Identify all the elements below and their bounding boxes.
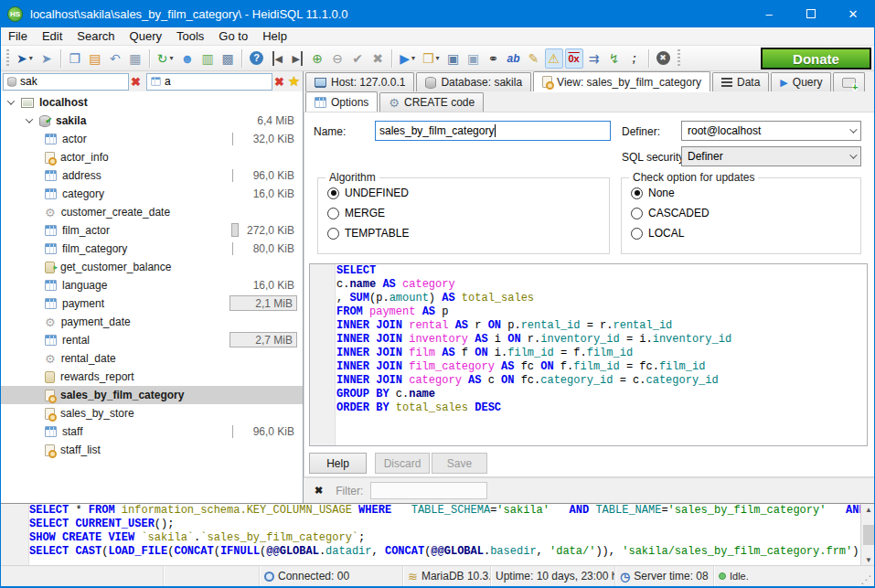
resize-grip-icon[interactable]: ⋰ — [860, 573, 871, 586]
disconnect-icon[interactable]: ➤ — [37, 48, 56, 69]
copy-icon[interactable]: ❐ — [66, 48, 84, 69]
add-record-icon[interactable]: ⊕ — [308, 48, 326, 69]
tree-item-customer_create_date[interactable]: ⚙customer_create_date — [1, 203, 303, 221]
dropdown-caret-icon[interactable]: ▾ — [169, 54, 173, 62]
tree-item-staff[interactable]: staff96,0 KiB — [1, 422, 303, 441]
discard-button[interactable]: Discard — [375, 453, 430, 474]
scrollbar-thumb[interactable] — [863, 525, 875, 545]
save-button[interactable]: Save — [432, 453, 487, 474]
subtab-create-code[interactable]: ⚙CREATE code — [379, 92, 484, 112]
radio-icon[interactable] — [631, 187, 643, 199]
algorithm-radio-undefined[interactable]: UNDEFINED — [327, 186, 409, 200]
save-as-icon[interactable]: ▣ — [464, 48, 483, 69]
help-icon[interactable]: ? — [247, 48, 266, 69]
radio-icon[interactable] — [631, 208, 643, 219]
tree-item-rental[interactable]: rental2,7 MiB — [1, 331, 303, 349]
dropdown-caret-icon[interactable]: ▾ — [29, 54, 33, 62]
tree-item-payment_date[interactable]: ⚙payment_date — [1, 313, 303, 331]
chevron-down-icon[interactable] — [7, 97, 15, 104]
replace-icon[interactable]: ab — [505, 48, 523, 69]
find-icon[interactable]: ⚭ — [485, 48, 503, 69]
dropdown-caret-icon[interactable]: ▾ — [436, 54, 440, 62]
save-blob-icon[interactable]: ▩ — [219, 48, 237, 69]
tree-item-film_category[interactable]: film_category80,0 KiB — [1, 240, 303, 258]
tree-item-sales_by_film_category[interactable]: sales_by_film_category — [1, 386, 303, 404]
tab-data[interactable]: Data — [712, 72, 769, 91]
scroll-up-icon[interactable]: ▲ — [865, 504, 872, 516]
close-filter-icon[interactable]: ✖ — [315, 485, 323, 497]
tree-item-actor[interactable]: actor32,0 KiB — [1, 130, 303, 148]
semicolon-icon[interactable]: ; — [625, 48, 644, 69]
print-icon[interactable]: ▦ — [126, 48, 144, 69]
export-database-icon[interactable]: ▥ — [198, 48, 217, 69]
tree-item-staff_list[interactable]: staff_list — [1, 441, 303, 459]
log-scrollbar[interactable]: ▲ ▼ — [860, 504, 875, 565]
menu-file[interactable]: File — [1, 27, 35, 46]
open-file-icon[interactable]: ❒▾ — [420, 48, 443, 69]
definer-combobox[interactable]: root@localhost — [681, 121, 861, 141]
refresh-icon[interactable]: ↻▾ — [155, 48, 176, 69]
chevron-down-icon[interactable] — [26, 115, 33, 123]
tree-item-rental_date[interactable]: ⚙rental_date — [1, 349, 303, 368]
cancel-edit-icon[interactable]: ✖ — [368, 48, 387, 69]
algorithm-radio-temptable[interactable]: TEMPTABLE — [327, 226, 409, 241]
view-name-input[interactable]: sales_by_film_category — [375, 121, 611, 141]
view-select-code-editor[interactable]: 1SELECT2c.name AS category3, SUM(p.amoun… — [309, 263, 868, 446]
menu-help[interactable]: Help — [255, 27, 294, 46]
tree-item-address[interactable]: address96,0 KiB — [1, 166, 303, 185]
tab-database-sakila[interactable]: Database: sakila — [416, 72, 531, 91]
menu-go-to[interactable]: Go to — [211, 27, 255, 46]
filter-input[interactable] — [370, 482, 487, 499]
tab-query[interactable]: ▶Query — [771, 72, 831, 91]
run-query-icon[interactable]: ▶▾ — [397, 48, 418, 69]
warning-highlight-icon[interactable]: ⚠ — [545, 48, 563, 69]
table-filter-input[interactable]: a — [146, 73, 272, 91]
tree-item-category[interactable]: category16,0 KiB — [1, 185, 303, 203]
tab-new-query-tab[interactable] — [833, 72, 865, 91]
toolbar-grip[interactable] — [6, 49, 9, 68]
menu-query[interactable]: Query — [123, 27, 169, 46]
favorites-star-icon[interactable]: ★ — [288, 73, 300, 90]
paste-icon[interactable]: ▤ — [86, 48, 104, 69]
tree-item-get_customer_balance[interactable]: get_customer_balance — [1, 258, 303, 276]
sql-security-combobox[interactable]: Definer — [681, 146, 861, 166]
tab-view-sales-by-film-category[interactable]: View: sales_by_film_category — [533, 71, 710, 91]
format-code-icon[interactable]: ✎ — [525, 48, 543, 69]
user-manager-icon[interactable]: ☻ — [178, 48, 197, 69]
subtab-options[interactable]: Options — [305, 91, 378, 112]
last-record-icon[interactable]: ▶ — [288, 48, 306, 69]
menu-tools[interactable]: Tools — [169, 27, 211, 46]
tree-item-rewards_report[interactable]: rewards_report — [1, 368, 303, 386]
save-icon[interactable]: ▣ — [444, 48, 463, 69]
tree-item-language[interactable]: language16,0 KiB — [1, 276, 303, 294]
menu-edit[interactable]: Edit — [35, 27, 69, 46]
clear-database-filter-icon[interactable]: ✖ — [131, 75, 141, 89]
radio-icon[interactable] — [327, 208, 339, 219]
scroll-down-icon[interactable]: ▼ — [865, 554, 872, 565]
tree-item-film_actor[interactable]: film_actor272,0 KiB — [1, 221, 303, 240]
check-option-radio-local[interactable]: LOCAL — [631, 226, 684, 241]
check-option-radio-none[interactable]: None — [631, 186, 675, 200]
minimize-button[interactable]: – — [748, 0, 790, 27]
connect-icon[interactable]: ➤▾ — [14, 48, 36, 69]
first-record-icon[interactable]: ◀ — [268, 48, 286, 69]
check-option-radio-cascaded[interactable]: CASCADED — [631, 206, 710, 220]
radio-icon[interactable] — [631, 228, 643, 240]
radio-icon[interactable] — [327, 187, 339, 199]
algorithm-radio-merge[interactable]: MERGE — [327, 206, 385, 220]
database-filter-input[interactable]: sak — [3, 73, 129, 91]
radio-icon[interactable] — [327, 228, 339, 240]
stop-icon[interactable]: ✖ — [654, 48, 673, 69]
hex-view-icon[interactable]: 0x — [565, 48, 583, 69]
tab-host-127-0-0-1[interactable]: Host: 127.0.0.1 — [305, 72, 414, 91]
tree-item-actor_info[interactable]: actor_info — [1, 148, 303, 166]
tree-item-payment[interactable]: payment2,1 MiB — [1, 294, 303, 313]
dropdown-caret-icon[interactable]: ▾ — [411, 54, 415, 62]
tree-item-sakila[interactable]: sakila6,4 MiB — [1, 112, 303, 130]
close-button[interactable]: ✕ — [832, 0, 874, 27]
indent-icon[interactable]: ⇉ — [585, 48, 603, 69]
tree-item-localhost[interactable]: localhost — [1, 93, 303, 112]
post-edit-icon[interactable]: ✔ — [348, 48, 367, 69]
reconnect-icon[interactable]: ↯ — [605, 48, 624, 69]
toolbar-grip[interactable] — [678, 49, 680, 68]
